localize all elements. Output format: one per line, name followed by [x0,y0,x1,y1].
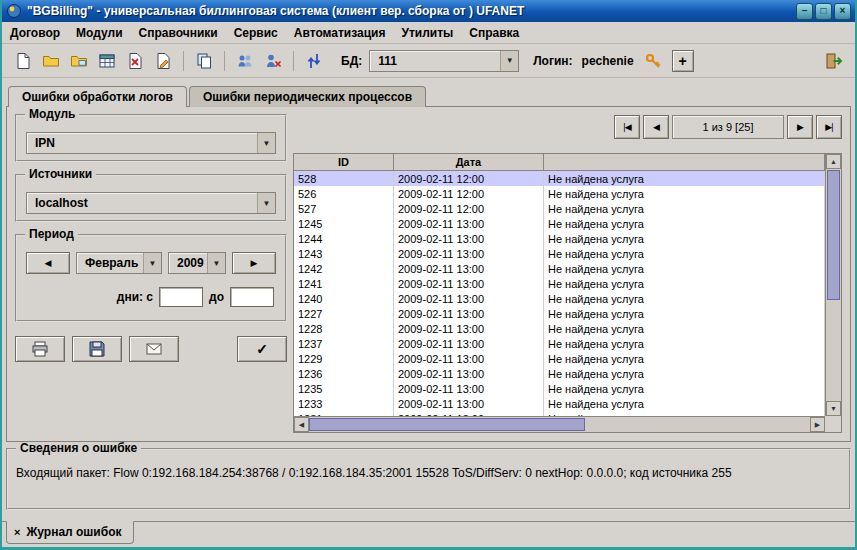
cell-msg[interactable]: Не найдена услуга [544,321,825,336]
vertical-scrollbar-thumb[interactable] [827,170,840,300]
day-to-input[interactable] [230,287,274,307]
cell-date[interactable]: 2009-02-11 13:00 [394,291,544,306]
cell-msg[interactable]: Не найдена услуга [544,381,825,396]
cell-date[interactable]: 2009-02-11 13:00 [394,231,544,246]
copy-button[interactable] [191,48,217,74]
cell-msg[interactable]: Не найдена услуга [544,246,825,261]
cell-id[interactable]: 526 [294,186,394,201]
cell-msg[interactable]: Не найдена услуга [544,171,825,186]
add-button[interactable]: + [672,50,694,72]
minimize-button[interactable]: – [796,3,813,20]
table-row[interactable]: 12452009-02-11 13:00Не найдена услуга [294,216,825,231]
column-header-message[interactable] [544,154,825,170]
cell-id[interactable]: 1229 [294,351,394,366]
edit-button[interactable] [150,48,176,74]
table-row[interactable]: 5262009-02-11 12:00Не найдена услуга [294,186,825,201]
cell-msg[interactable]: Не найдена услуга [544,306,825,321]
cell-id[interactable]: 1227 [294,306,394,321]
horizontal-scrollbar-thumb[interactable] [309,418,585,431]
table-row[interactable]: 12412009-02-11 13:00Не найдена услуга [294,276,825,291]
cell-msg[interactable]: Не найдена услуга [544,366,825,381]
table-row[interactable]: 12282009-02-11 13:00Не найдена услуга [294,321,825,336]
tab-error-journal[interactable]: × Журнал ошибок [6,521,134,544]
last-page-button[interactable]: ▶| [816,115,842,139]
cell-msg[interactable]: Не найдена услуга [544,351,825,366]
scroll-down-icon[interactable]: ▼ [826,401,841,416]
first-page-button[interactable]: |◀ [614,115,640,139]
cell-date[interactable]: 2009-02-11 13:00 [394,396,544,411]
table-row[interactable]: 12442009-02-11 13:00Не найдена услуга [294,231,825,246]
titlebar[interactable]: "BGBilling" - универсальная биллинговая … [2,0,855,22]
cell-id[interactable]: 527 [294,201,394,216]
cell-date[interactable]: 2009-02-11 13:00 [394,381,544,396]
cell-date[interactable]: 2009-02-11 13:00 [394,216,544,231]
table-row[interactable]: 12422009-02-11 13:00Не найдена услуга [294,261,825,276]
cell-date[interactable]: 2009-02-11 13:00 [394,276,544,291]
cell-msg[interactable]: Не найдена услуга [544,276,825,291]
menu-automation[interactable]: Автоматизация [294,26,386,40]
cell-date[interactable]: 2009-02-11 13:00 [394,321,544,336]
column-header-id[interactable]: ID [294,154,394,170]
cell-date[interactable]: 2009-02-11 13:00 [394,366,544,381]
cell-id[interactable]: 528 [294,171,394,186]
table-row[interactable]: 5282009-02-11 12:00Не найдена услуга [294,171,825,186]
remove-user-button[interactable] [260,48,286,74]
day-from-input[interactable] [159,287,203,307]
cell-msg[interactable]: Не найдена услуга [544,291,825,306]
vertical-scroll-track[interactable] [826,169,841,401]
cell-date[interactable]: 2009-02-11 12:00 [394,186,544,201]
cell-id[interactable]: 1241 [294,276,394,291]
tab-periodic-errors[interactable]: Ошибки периодических процессов [189,86,426,107]
cell-id[interactable]: 1228 [294,321,394,336]
cell-id[interactable]: 1242 [294,261,394,276]
add-user-button[interactable] [232,48,258,74]
table-row[interactable]: 12332009-02-11 13:00Не найдена услуга [294,396,825,411]
next-page-button[interactable]: ▶ [787,115,813,139]
mail-button[interactable] [129,336,179,362]
prev-month-button[interactable]: ◀ [26,252,70,274]
cell-date[interactable]: 2009-02-11 12:00 [394,201,544,216]
menu-help[interactable]: Справка [469,26,519,40]
module-combo[interactable]: IPN ▼ [26,132,276,154]
cell-msg[interactable]: Не найдена услуга [544,216,825,231]
save-button[interactable] [72,336,122,362]
cell-msg[interactable]: Не найдена услуга [544,396,825,411]
menu-modules[interactable]: Модули [76,26,122,40]
menu-utilities[interactable]: Утилиты [401,26,453,40]
refresh-button[interactable] [301,48,327,74]
exit-button[interactable] [821,48,847,74]
menu-service[interactable]: Сервис [234,26,278,40]
table-button[interactable] [94,48,120,74]
cell-msg[interactable]: Не найдена услуга [544,231,825,246]
cell-date[interactable]: 2009-02-11 13:00 [394,336,544,351]
cell-date[interactable]: 2009-02-11 13:00 [394,246,544,261]
cell-id[interactable]: 1237 [294,336,394,351]
table-row[interactable]: 12292009-02-11 13:00Не найдена услуга [294,351,825,366]
cell-date[interactable]: 2009-02-11 12:00 [394,171,544,186]
delete-button[interactable] [122,48,148,74]
db-combo[interactable]: 111 ▼ [369,50,519,72]
sources-combo[interactable]: localhost ▼ [26,192,276,214]
scroll-left-icon[interactable]: ◀ [294,417,309,432]
column-header-date[interactable]: Дата [394,154,544,170]
cell-msg[interactable]: Не найдена услуга [544,336,825,351]
cell-msg[interactable]: Не найдена услуга [544,261,825,276]
table-row[interactable]: 12362009-02-11 13:00Не найдена услуга [294,366,825,381]
cell-id[interactable]: 1240 [294,291,394,306]
open-button[interactable] [38,48,64,74]
cell-date[interactable]: 2009-02-11 13:00 [394,351,544,366]
tab-log-errors[interactable]: Ошибки обработки логов [8,86,187,107]
table-row[interactable]: 12372009-02-11 13:00Не найдена услуга [294,336,825,351]
menu-contract[interactable]: Договор [10,26,60,40]
print-button[interactable] [15,336,65,362]
cell-msg[interactable]: Не найдена услуга [544,186,825,201]
cell-id[interactable]: 1245 [294,216,394,231]
maximize-button[interactable]: □ [815,3,832,20]
cell-id[interactable]: 1235 [294,381,394,396]
horizontal-scrollbar[interactable]: ◀ ▶ [294,416,825,432]
apply-button[interactable]: ✓ [237,336,287,362]
table-row[interactable]: 12272009-02-11 13:00Не найдена услуга [294,306,825,321]
close-tab-icon[interactable]: × [14,527,20,538]
table-row[interactable]: 12402009-02-11 13:00Не найдена услуга [294,291,825,306]
cell-date[interactable]: 2009-02-11 13:00 [394,306,544,321]
